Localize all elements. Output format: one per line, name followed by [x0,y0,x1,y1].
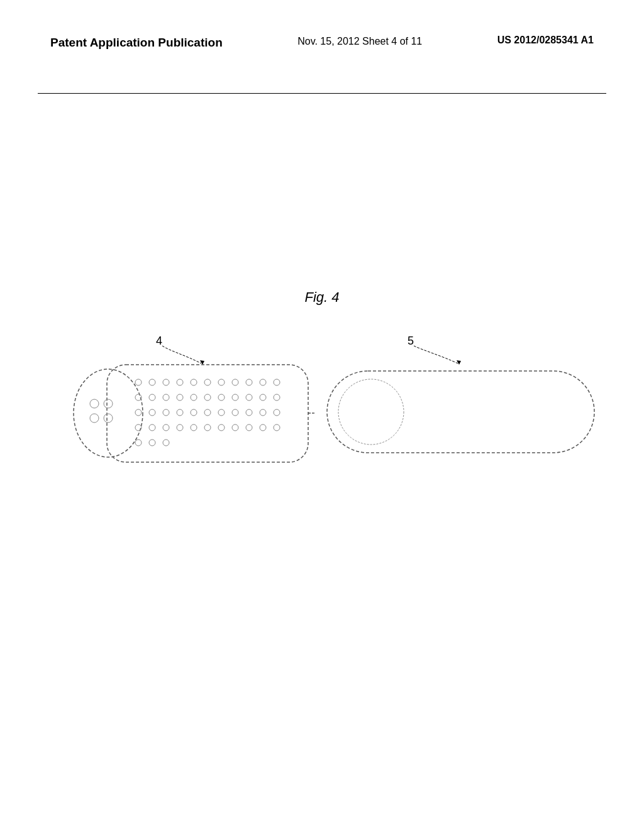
svg-point-45 [163,424,169,431]
svg-point-31 [274,394,280,401]
page: Patent Application Publication Nov. 15, … [0,0,644,830]
svg-point-23 [163,394,169,401]
svg-point-50 [232,424,238,431]
svg-point-12 [163,379,169,385]
publication-number: US 2012/0285341 A1 [497,35,594,46]
svg-point-18 [246,379,252,385]
ref-label-5-arrow: 5 [402,333,484,368]
svg-point-11 [149,379,155,385]
svg-point-37 [204,409,211,416]
svg-point-40 [246,409,252,416]
svg-point-51 [246,424,252,431]
svg-point-35 [177,409,183,416]
svg-point-6 [90,399,99,408]
svg-point-60 [338,379,404,445]
svg-point-48 [204,424,211,431]
svg-point-14 [191,379,197,385]
svg-point-7 [104,399,113,408]
svg-point-10 [135,379,142,385]
svg-point-42 [274,409,280,416]
svg-point-8 [90,414,99,423]
diagram-area: 4 5 [38,333,606,497]
svg-point-44 [149,424,155,431]
svg-text:5: 5 [408,335,414,347]
svg-point-22 [149,394,155,401]
publication-date-sheet: Nov. 15, 2012 Sheet 4 of 11 [297,35,422,48]
svg-point-26 [204,394,211,401]
header: Patent Application Publication Nov. 15, … [0,35,644,52]
svg-point-20 [274,379,280,385]
svg-point-41 [260,409,266,416]
svg-text:4: 4 [156,335,162,347]
svg-point-9 [104,414,113,423]
svg-point-46 [177,424,183,431]
svg-point-16 [218,379,225,385]
svg-point-24 [177,394,183,401]
svg-point-13 [177,379,183,385]
svg-point-30 [260,394,266,401]
svg-point-53 [274,424,280,431]
svg-point-33 [149,409,155,416]
svg-point-52 [260,424,266,431]
svg-point-34 [163,409,169,416]
svg-point-19 [260,379,266,385]
svg-point-55 [149,440,155,446]
publication-title: Patent Application Publication [50,35,223,52]
svg-point-5 [74,369,143,457]
svg-point-25 [191,394,197,401]
svg-point-54 [135,440,142,446]
svg-point-56 [163,440,169,446]
svg-point-17 [232,379,238,385]
svg-point-29 [246,394,252,401]
svg-point-32 [135,409,142,416]
svg-point-43 [135,424,142,431]
svg-rect-59 [327,371,594,453]
svg-point-28 [232,394,238,401]
svg-point-47 [191,424,197,431]
svg-marker-3 [457,360,461,365]
svg-point-38 [218,409,225,416]
figure-label: Fig. 4 [0,289,644,306]
left-device [69,358,314,468]
svg-point-36 [191,409,197,416]
header-divider [38,93,606,94]
svg-point-49 [218,424,225,431]
svg-point-27 [218,394,225,401]
svg-point-39 [232,409,238,416]
right-device [324,368,601,459]
svg-point-15 [204,379,211,385]
